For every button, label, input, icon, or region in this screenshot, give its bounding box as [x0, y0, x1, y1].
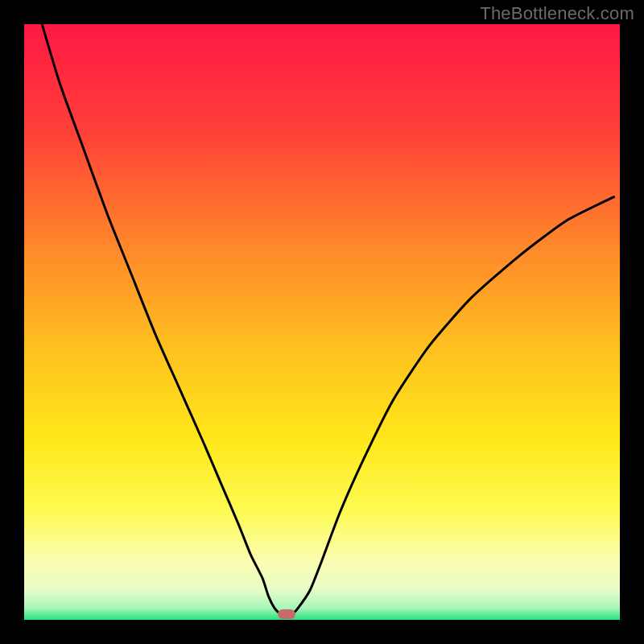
plot-area: [24, 24, 620, 620]
optimal-marker: [278, 609, 295, 619]
chart-frame: TheBottleneck.com: [0, 0, 644, 644]
bottleneck-curve: [24, 24, 620, 620]
watermark-text: TheBottleneck.com: [480, 3, 634, 24]
